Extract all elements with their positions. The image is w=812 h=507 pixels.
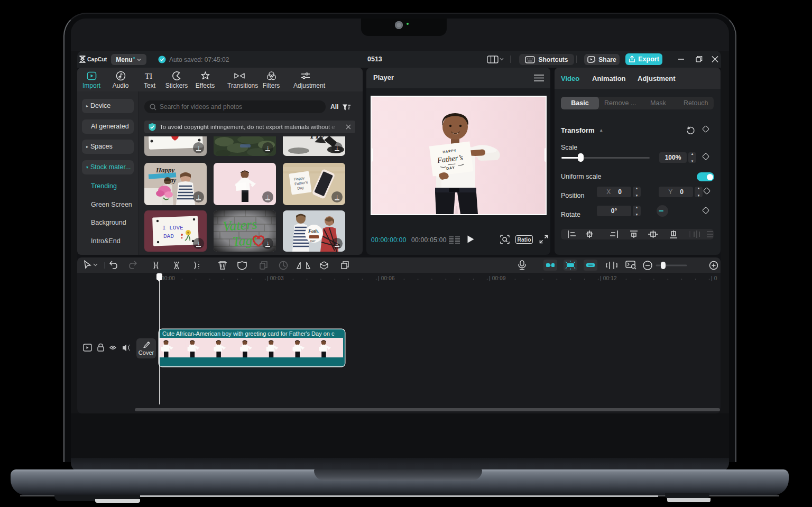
svg-text:Fath.: Fath. [308, 228, 319, 234]
svg-text:DAY: DAY [310, 239, 316, 243]
svg-text:I LOVE: I LOVE [162, 225, 183, 231]
svg-text:TI: TI [145, 72, 152, 80]
svg-text:Vaters: Vaters [222, 216, 257, 234]
svg-text:DAD: DAD [163, 233, 174, 239]
svg-text:CapCut: CapCut [87, 56, 107, 62]
